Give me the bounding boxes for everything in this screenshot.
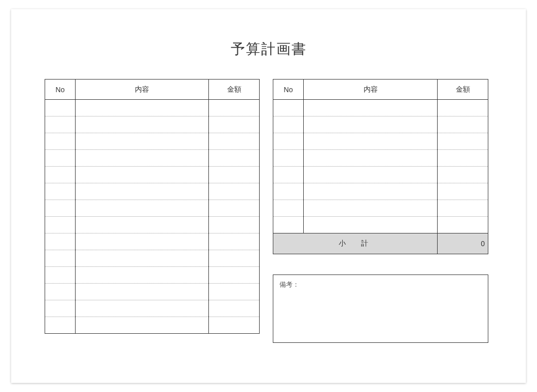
subtotal-value: 0 (438, 233, 488, 254)
table-row (45, 183, 260, 200)
cell-content (304, 150, 438, 167)
table-row (273, 100, 488, 116)
cell-amount (438, 150, 488, 167)
cell-amount (209, 317, 260, 334)
cell-content (304, 116, 438, 133)
table-row (45, 233, 260, 250)
cell-no (273, 116, 304, 133)
header-amount-left: 金額 (209, 80, 260, 100)
table-row (273, 116, 488, 133)
cell-content (76, 200, 209, 217)
cell-no (273, 133, 304, 150)
subtotal-row: 小 計 0 (273, 233, 488, 254)
header-content-right: 内容 (304, 80, 438, 100)
left-column: No 内容 金額 (45, 79, 260, 343)
cell-amount (438, 217, 488, 233)
cell-no (273, 100, 304, 116)
cell-content (304, 133, 438, 150)
cell-content (304, 183, 438, 200)
document-container: 予算計画書 No 内容 金額 (11, 9, 526, 383)
cell-no (45, 183, 76, 200)
cell-no (45, 250, 76, 267)
table-row (273, 167, 488, 183)
cell-no (45, 133, 76, 150)
cell-content (76, 100, 209, 116)
header-no-right: No (273, 80, 304, 100)
cell-no (45, 317, 76, 334)
cell-amount (438, 167, 488, 183)
cell-no (273, 200, 304, 217)
cell-amount (438, 100, 488, 116)
cell-amount (209, 183, 260, 200)
cell-no (45, 150, 76, 167)
cell-no (45, 167, 76, 183)
cell-content (76, 317, 209, 334)
cell-no (45, 300, 76, 317)
cell-amount (438, 183, 488, 200)
cell-amount (209, 116, 260, 133)
cell-no (273, 150, 304, 167)
notes-label: 備考： (279, 281, 299, 288)
cell-amount (209, 200, 260, 217)
cell-no (45, 100, 76, 116)
cell-content (304, 100, 438, 116)
cell-no (45, 116, 76, 133)
table-row (45, 317, 260, 334)
table-row (273, 200, 488, 217)
table-row (45, 267, 260, 284)
table-row (45, 217, 260, 233)
cell-content (76, 300, 209, 317)
table-row (273, 150, 488, 167)
cell-amount (209, 233, 260, 250)
table-row (273, 133, 488, 150)
table-row (45, 100, 260, 116)
cell-content (304, 167, 438, 183)
header-amount-right: 金額 (438, 80, 488, 100)
cell-amount (209, 217, 260, 233)
cell-amount (209, 300, 260, 317)
cell-no (273, 217, 304, 233)
table-row (45, 150, 260, 167)
cell-content (76, 167, 209, 183)
cell-content (76, 116, 209, 133)
table-row (45, 116, 260, 133)
cell-amount (209, 267, 260, 284)
table-row (273, 183, 488, 200)
table-row (45, 167, 260, 183)
cell-no (45, 284, 76, 300)
document-title: 予算計画書 (11, 9, 526, 79)
cell-content (76, 233, 209, 250)
cell-content (76, 133, 209, 150)
table-row (45, 133, 260, 150)
budget-table-right: No 内容 金額 (273, 79, 488, 233)
cell-amount (438, 200, 488, 217)
cell-content (76, 250, 209, 267)
table-row (45, 300, 260, 317)
notes-box: 備考： (273, 275, 488, 343)
cell-amount (209, 167, 260, 183)
table-row (45, 284, 260, 300)
content-area: No 内容 金額 No 内容 (11, 79, 526, 343)
cell-no (45, 233, 76, 250)
cell-content (76, 267, 209, 284)
budget-table-left: No 内容 金額 (45, 79, 260, 334)
cell-content (76, 150, 209, 167)
cell-amount (209, 250, 260, 267)
header-content-left: 内容 (76, 80, 209, 100)
cell-no (45, 267, 76, 284)
cell-no (273, 167, 304, 183)
cell-content (304, 200, 438, 217)
cell-amount (209, 150, 260, 167)
table-row (273, 217, 488, 233)
header-no-left: No (45, 80, 76, 100)
table-row (45, 200, 260, 217)
cell-amount (209, 284, 260, 300)
cell-content (76, 217, 209, 233)
cell-amount (438, 116, 488, 133)
cell-no (45, 200, 76, 217)
cell-no (273, 183, 304, 200)
cell-amount (438, 133, 488, 150)
cell-content (304, 217, 438, 233)
right-column: No 内容 金額 小 計 0 備考： (273, 79, 488, 343)
cell-amount (209, 100, 260, 116)
